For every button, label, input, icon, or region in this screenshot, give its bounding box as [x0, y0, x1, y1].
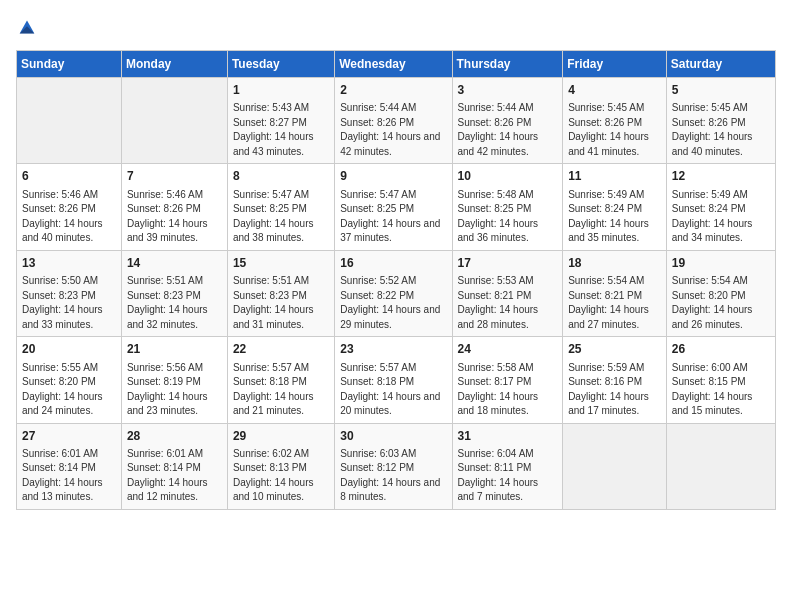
- calendar-cell: 29Sunrise: 6:02 AM Sunset: 8:13 PM Dayli…: [227, 423, 334, 509]
- column-header-saturday: Saturday: [666, 51, 775, 78]
- calendar-cell: 31Sunrise: 6:04 AM Sunset: 8:11 PM Dayli…: [452, 423, 563, 509]
- cell-content: Sunrise: 6:01 AM Sunset: 8:14 PM Dayligh…: [127, 447, 222, 505]
- calendar-cell: 18Sunrise: 5:54 AM Sunset: 8:21 PM Dayli…: [563, 250, 667, 336]
- cell-content: Sunrise: 5:47 AM Sunset: 8:25 PM Dayligh…: [340, 188, 446, 246]
- column-header-monday: Monday: [121, 51, 227, 78]
- calendar-cell: 1Sunrise: 5:43 AM Sunset: 8:27 PM Daylig…: [227, 78, 334, 164]
- day-number: 16: [340, 255, 446, 272]
- day-number: 20: [22, 341, 116, 358]
- day-number: 24: [458, 341, 558, 358]
- cell-content: Sunrise: 6:04 AM Sunset: 8:11 PM Dayligh…: [458, 447, 558, 505]
- cell-content: Sunrise: 5:43 AM Sunset: 8:27 PM Dayligh…: [233, 101, 329, 159]
- cell-content: Sunrise: 5:46 AM Sunset: 8:26 PM Dayligh…: [22, 188, 116, 246]
- calendar-cell: 22Sunrise: 5:57 AM Sunset: 8:18 PM Dayli…: [227, 337, 334, 423]
- day-number: 13: [22, 255, 116, 272]
- calendar-cell: 11Sunrise: 5:49 AM Sunset: 8:24 PM Dayli…: [563, 164, 667, 250]
- cell-content: Sunrise: 6:02 AM Sunset: 8:13 PM Dayligh…: [233, 447, 329, 505]
- cell-content: Sunrise: 5:49 AM Sunset: 8:24 PM Dayligh…: [672, 188, 770, 246]
- cell-content: Sunrise: 5:57 AM Sunset: 8:18 PM Dayligh…: [233, 361, 329, 419]
- day-number: 14: [127, 255, 222, 272]
- logo-icon: [16, 16, 38, 38]
- day-number: 27: [22, 428, 116, 445]
- calendar-cell: 10Sunrise: 5:48 AM Sunset: 8:25 PM Dayli…: [452, 164, 563, 250]
- cell-content: Sunrise: 5:54 AM Sunset: 8:21 PM Dayligh…: [568, 274, 661, 332]
- day-number: 10: [458, 168, 558, 185]
- calendar-cell: 28Sunrise: 6:01 AM Sunset: 8:14 PM Dayli…: [121, 423, 227, 509]
- calendar-cell: 25Sunrise: 5:59 AM Sunset: 8:16 PM Dayli…: [563, 337, 667, 423]
- day-number: 7: [127, 168, 222, 185]
- day-number: 11: [568, 168, 661, 185]
- cell-content: Sunrise: 5:56 AM Sunset: 8:19 PM Dayligh…: [127, 361, 222, 419]
- calendar-cell: 27Sunrise: 6:01 AM Sunset: 8:14 PM Dayli…: [17, 423, 122, 509]
- column-header-friday: Friday: [563, 51, 667, 78]
- calendar-cell: 5Sunrise: 5:45 AM Sunset: 8:26 PM Daylig…: [666, 78, 775, 164]
- day-number: 6: [22, 168, 116, 185]
- calendar-table: SundayMondayTuesdayWednesdayThursdayFrid…: [16, 50, 776, 510]
- day-number: 29: [233, 428, 329, 445]
- calendar-cell: [17, 78, 122, 164]
- calendar-cell: 26Sunrise: 6:00 AM Sunset: 8:15 PM Dayli…: [666, 337, 775, 423]
- cell-content: Sunrise: 5:55 AM Sunset: 8:20 PM Dayligh…: [22, 361, 116, 419]
- calendar-body: 1Sunrise: 5:43 AM Sunset: 8:27 PM Daylig…: [17, 78, 776, 510]
- calendar-cell: 24Sunrise: 5:58 AM Sunset: 8:17 PM Dayli…: [452, 337, 563, 423]
- calendar-cell: 17Sunrise: 5:53 AM Sunset: 8:21 PM Dayli…: [452, 250, 563, 336]
- calendar-cell: 4Sunrise: 5:45 AM Sunset: 8:26 PM Daylig…: [563, 78, 667, 164]
- calendar-row: 13Sunrise: 5:50 AM Sunset: 8:23 PM Dayli…: [17, 250, 776, 336]
- calendar-cell: 30Sunrise: 6:03 AM Sunset: 8:12 PM Dayli…: [335, 423, 452, 509]
- calendar-cell: 13Sunrise: 5:50 AM Sunset: 8:23 PM Dayli…: [17, 250, 122, 336]
- cell-content: Sunrise: 5:52 AM Sunset: 8:22 PM Dayligh…: [340, 274, 446, 332]
- cell-content: Sunrise: 5:59 AM Sunset: 8:16 PM Dayligh…: [568, 361, 661, 419]
- column-header-tuesday: Tuesday: [227, 51, 334, 78]
- calendar-row: 27Sunrise: 6:01 AM Sunset: 8:14 PM Dayli…: [17, 423, 776, 509]
- day-number: 17: [458, 255, 558, 272]
- cell-content: Sunrise: 5:44 AM Sunset: 8:26 PM Dayligh…: [458, 101, 558, 159]
- calendar-cell: 2Sunrise: 5:44 AM Sunset: 8:26 PM Daylig…: [335, 78, 452, 164]
- calendar-cell: 14Sunrise: 5:51 AM Sunset: 8:23 PM Dayli…: [121, 250, 227, 336]
- day-number: 19: [672, 255, 770, 272]
- day-number: 2: [340, 82, 446, 99]
- day-number: 21: [127, 341, 222, 358]
- cell-content: Sunrise: 5:46 AM Sunset: 8:26 PM Dayligh…: [127, 188, 222, 246]
- calendar-cell: 19Sunrise: 5:54 AM Sunset: 8:20 PM Dayli…: [666, 250, 775, 336]
- column-header-wednesday: Wednesday: [335, 51, 452, 78]
- cell-content: Sunrise: 5:48 AM Sunset: 8:25 PM Dayligh…: [458, 188, 558, 246]
- calendar-cell: 21Sunrise: 5:56 AM Sunset: 8:19 PM Dayli…: [121, 337, 227, 423]
- day-number: 23: [340, 341, 446, 358]
- calendar-cell: 12Sunrise: 5:49 AM Sunset: 8:24 PM Dayli…: [666, 164, 775, 250]
- calendar-cell: 15Sunrise: 5:51 AM Sunset: 8:23 PM Dayli…: [227, 250, 334, 336]
- cell-content: Sunrise: 5:57 AM Sunset: 8:18 PM Dayligh…: [340, 361, 446, 419]
- calendar-cell: 16Sunrise: 5:52 AM Sunset: 8:22 PM Dayli…: [335, 250, 452, 336]
- calendar-cell: 23Sunrise: 5:57 AM Sunset: 8:18 PM Dayli…: [335, 337, 452, 423]
- day-number: 15: [233, 255, 329, 272]
- day-number: 9: [340, 168, 446, 185]
- calendar-cell: [563, 423, 667, 509]
- calendar-cell: [121, 78, 227, 164]
- column-header-thursday: Thursday: [452, 51, 563, 78]
- cell-content: Sunrise: 5:54 AM Sunset: 8:20 PM Dayligh…: [672, 274, 770, 332]
- calendar-cell: 20Sunrise: 5:55 AM Sunset: 8:20 PM Dayli…: [17, 337, 122, 423]
- cell-content: Sunrise: 5:45 AM Sunset: 8:26 PM Dayligh…: [568, 101, 661, 159]
- day-number: 4: [568, 82, 661, 99]
- calendar-cell: 7Sunrise: 5:46 AM Sunset: 8:26 PM Daylig…: [121, 164, 227, 250]
- cell-content: Sunrise: 6:03 AM Sunset: 8:12 PM Dayligh…: [340, 447, 446, 505]
- day-number: 3: [458, 82, 558, 99]
- day-number: 26: [672, 341, 770, 358]
- day-number: 5: [672, 82, 770, 99]
- page-header: [16, 16, 776, 38]
- calendar-cell: [666, 423, 775, 509]
- day-number: 8: [233, 168, 329, 185]
- day-number: 12: [672, 168, 770, 185]
- cell-content: Sunrise: 5:51 AM Sunset: 8:23 PM Dayligh…: [127, 274, 222, 332]
- column-header-sunday: Sunday: [17, 51, 122, 78]
- day-number: 22: [233, 341, 329, 358]
- day-number: 25: [568, 341, 661, 358]
- column-headers-row: SundayMondayTuesdayWednesdayThursdayFrid…: [17, 51, 776, 78]
- cell-content: Sunrise: 5:51 AM Sunset: 8:23 PM Dayligh…: [233, 274, 329, 332]
- cell-content: Sunrise: 6:01 AM Sunset: 8:14 PM Dayligh…: [22, 447, 116, 505]
- calendar-cell: 3Sunrise: 5:44 AM Sunset: 8:26 PM Daylig…: [452, 78, 563, 164]
- calendar-row: 1Sunrise: 5:43 AM Sunset: 8:27 PM Daylig…: [17, 78, 776, 164]
- day-number: 1: [233, 82, 329, 99]
- cell-content: Sunrise: 5:44 AM Sunset: 8:26 PM Dayligh…: [340, 101, 446, 159]
- cell-content: Sunrise: 5:47 AM Sunset: 8:25 PM Dayligh…: [233, 188, 329, 246]
- day-number: 30: [340, 428, 446, 445]
